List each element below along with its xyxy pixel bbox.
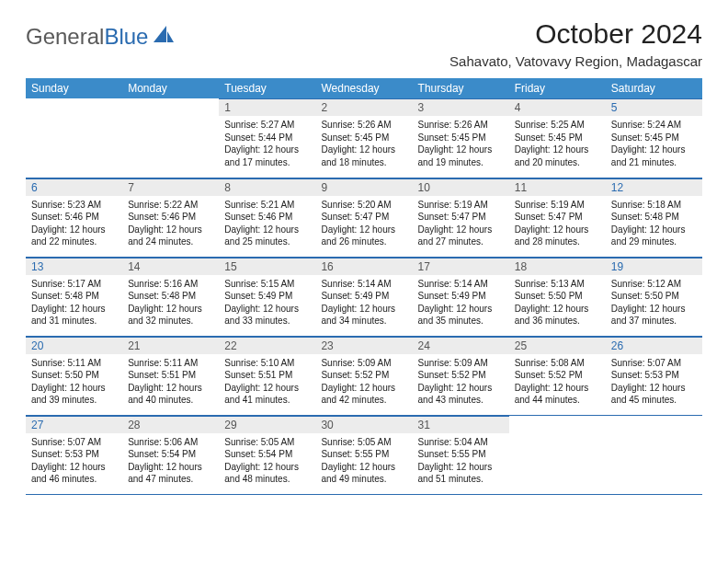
- sunset-text: Sunset: 5:50 PM: [611, 290, 697, 303]
- sunrise-text: Sunrise: 5:14 AM: [321, 278, 406, 291]
- calendar-cell: 10Sunrise: 5:19 AMSunset: 5:47 PMDayligh…: [413, 178, 509, 257]
- calendar-cell: 28Sunrise: 5:06 AMSunset: 5:54 PMDayligh…: [122, 415, 219, 494]
- sunrise-text: Sunrise: 5:24 AM: [611, 119, 697, 132]
- calendar-row: 27Sunrise: 5:07 AMSunset: 5:53 PMDayligh…: [26, 415, 702, 494]
- sunrise-text: Sunrise: 5:18 AM: [611, 199, 697, 212]
- sunrise-text: Sunrise: 5:08 AM: [515, 357, 600, 370]
- sunset-text: Sunset: 5:49 PM: [224, 290, 310, 303]
- daylight-text: Daylight: 12 hours and 48 minutes.: [224, 461, 310, 486]
- sunrise-text: Sunrise: 5:20 AM: [321, 199, 406, 212]
- calendar-cell: .: [606, 415, 702, 494]
- sunset-text: Sunset: 5:55 PM: [321, 448, 406, 461]
- sunset-text: Sunset: 5:45 PM: [418, 132, 504, 144]
- day-content: Sunrise: 5:06 AMSunset: 5:54 PMDaylight:…: [122, 433, 219, 489]
- logo-text-blue: Blue: [104, 24, 148, 50]
- calendar-cell: 22Sunrise: 5:10 AMSunset: 5:51 PMDayligh…: [219, 336, 315, 415]
- day-content: Sunrise: 5:11 AMSunset: 5:50 PMDaylight:…: [26, 354, 122, 410]
- daylight-text: Daylight: 12 hours and 17 minutes.: [224, 144, 310, 168]
- sunset-text: Sunset: 5:47 PM: [418, 211, 504, 224]
- svg-marker-0: [154, 26, 166, 42]
- sunset-text: Sunset: 5:49 PM: [418, 290, 504, 303]
- day-number: 17: [413, 258, 509, 275]
- daylight-text: Daylight: 12 hours and 28 minutes.: [515, 224, 600, 248]
- day-content: Sunrise: 5:10 AMSunset: 5:51 PMDaylight:…: [219, 354, 315, 410]
- daylight-text: Daylight: 12 hours and 49 minutes.: [321, 461, 406, 486]
- daylight-text: Daylight: 12 hours and 41 minutes.: [224, 382, 310, 407]
- sunrise-text: Sunrise: 5:17 AM: [31, 278, 117, 291]
- day-number: 19: [606, 258, 702, 275]
- day-number: 4: [509, 98, 606, 116]
- daylight-text: Daylight: 12 hours and 37 minutes.: [611, 303, 697, 327]
- daylight-text: Daylight: 12 hours and 35 minutes.: [418, 303, 504, 327]
- day-content: Sunrise: 5:05 AMSunset: 5:54 PMDaylight:…: [219, 433, 315, 489]
- sunrise-text: Sunrise: 5:26 AM: [418, 119, 504, 132]
- sunset-text: Sunset: 5:47 PM: [515, 211, 600, 224]
- day-content: Sunrise: 5:25 AMSunset: 5:45 PMDaylight:…: [509, 116, 606, 172]
- day-number: 31: [413, 416, 509, 433]
- sunset-text: Sunset: 5:54 PM: [224, 448, 310, 461]
- calendar-cell: 2Sunrise: 5:26 AMSunset: 5:45 PMDaylight…: [315, 98, 412, 178]
- day-number: 30: [315, 416, 412, 433]
- day-content: Sunrise: 5:14 AMSunset: 5:49 PMDaylight:…: [413, 275, 509, 331]
- daylight-text: Daylight: 12 hours and 42 minutes.: [321, 382, 406, 407]
- day-number: 6: [26, 178, 122, 196]
- calendar-cell: 27Sunrise: 5:07 AMSunset: 5:53 PMDayligh…: [26, 415, 122, 494]
- day-content: Sunrise: 5:19 AMSunset: 5:47 PMDaylight:…: [509, 196, 606, 252]
- daylight-text: Daylight: 12 hours and 26 minutes.: [321, 224, 406, 248]
- sunset-text: Sunset: 5:50 PM: [515, 290, 600, 303]
- sunrise-text: Sunrise: 5:19 AM: [515, 199, 600, 212]
- weekday-friday: Friday: [509, 78, 606, 98]
- sunset-text: Sunset: 5:46 PM: [224, 211, 310, 224]
- sunset-text: Sunset: 5:48 PM: [31, 290, 117, 303]
- day-content: Sunrise: 5:17 AMSunset: 5:48 PMDaylight:…: [26, 275, 122, 331]
- daylight-text: Daylight: 12 hours and 46 minutes.: [31, 461, 117, 486]
- sunset-text: Sunset: 5:49 PM: [321, 290, 406, 303]
- calendar-cell: 16Sunrise: 5:14 AMSunset: 5:49 PMDayligh…: [315, 257, 412, 336]
- header: GeneralBlue October 2024 Sahavato, Vatov…: [26, 18, 702, 69]
- sunrise-text: Sunrise: 5:04 AM: [418, 436, 504, 449]
- sunset-text: Sunset: 5:53 PM: [611, 369, 697, 382]
- calendar-row: 20Sunrise: 5:11 AMSunset: 5:50 PMDayligh…: [26, 336, 702, 415]
- sunset-text: Sunset: 5:52 PM: [515, 369, 600, 382]
- day-content: Sunrise: 5:11 AMSunset: 5:51 PMDaylight:…: [122, 354, 219, 410]
- location-text: Sahavato, Vatovavy Region, Madagascar: [449, 53, 702, 69]
- day-content: Sunrise: 5:09 AMSunset: 5:52 PMDaylight:…: [315, 354, 412, 410]
- sunset-text: Sunset: 5:55 PM: [418, 448, 504, 461]
- day-content: Sunrise: 5:23 AMSunset: 5:46 PMDaylight:…: [26, 196, 122, 252]
- day-content: Sunrise: 5:04 AMSunset: 5:55 PMDaylight:…: [413, 433, 509, 489]
- day-content: Sunrise: 5:05 AMSunset: 5:55 PMDaylight:…: [315, 433, 412, 489]
- calendar-cell: 30Sunrise: 5:05 AMSunset: 5:55 PMDayligh…: [315, 415, 412, 494]
- day-content: Sunrise: 5:14 AMSunset: 5:49 PMDaylight:…: [315, 275, 412, 331]
- daylight-text: Daylight: 12 hours and 39 minutes.: [31, 382, 117, 407]
- month-title: October 2024: [449, 18, 702, 50]
- calendar-cell: 20Sunrise: 5:11 AMSunset: 5:50 PMDayligh…: [26, 336, 122, 415]
- day-content: Sunrise: 5:26 AMSunset: 5:45 PMDaylight:…: [315, 116, 412, 172]
- day-number: 11: [509, 178, 606, 196]
- sunset-text: Sunset: 5:46 PM: [128, 211, 213, 224]
- calendar-cell: 5Sunrise: 5:24 AMSunset: 5:45 PMDaylight…: [606, 98, 702, 178]
- sunset-text: Sunset: 5:45 PM: [515, 132, 600, 144]
- daylight-text: Daylight: 12 hours and 51 minutes.: [418, 461, 504, 486]
- day-number: 24: [413, 337, 509, 354]
- weekday-sunday: Sunday: [26, 78, 122, 98]
- day-content: Sunrise: 5:27 AMSunset: 5:44 PMDaylight:…: [219, 116, 315, 172]
- sunrise-text: Sunrise: 5:16 AM: [128, 278, 213, 291]
- daylight-text: Daylight: 12 hours and 21 minutes.: [611, 144, 697, 168]
- logo: GeneralBlue: [26, 24, 174, 50]
- sunset-text: Sunset: 5:45 PM: [321, 132, 406, 144]
- day-number: 18: [509, 258, 606, 275]
- sunset-text: Sunset: 5:52 PM: [418, 369, 504, 382]
- day-content: Sunrise: 5:16 AMSunset: 5:48 PMDaylight:…: [122, 275, 219, 331]
- day-content: Sunrise: 5:21 AMSunset: 5:46 PMDaylight:…: [219, 196, 315, 252]
- sunset-text: Sunset: 5:54 PM: [128, 448, 213, 461]
- sunrise-text: Sunrise: 5:25 AM: [515, 119, 600, 132]
- calendar-cell: 12Sunrise: 5:18 AMSunset: 5:48 PMDayligh…: [606, 178, 702, 257]
- sunset-text: Sunset: 5:47 PM: [321, 211, 406, 224]
- calendar-table: Sunday Monday Tuesday Wednesday Thursday…: [26, 78, 702, 495]
- calendar-cell: 23Sunrise: 5:09 AMSunset: 5:52 PMDayligh…: [315, 336, 412, 415]
- day-number: 10: [413, 178, 509, 196]
- sunrise-text: Sunrise: 5:09 AM: [321, 357, 406, 370]
- day-number: 27: [26, 416, 122, 433]
- sunrise-text: Sunrise: 5:26 AM: [321, 119, 406, 132]
- calendar-cell: 24Sunrise: 5:09 AMSunset: 5:52 PMDayligh…: [413, 336, 509, 415]
